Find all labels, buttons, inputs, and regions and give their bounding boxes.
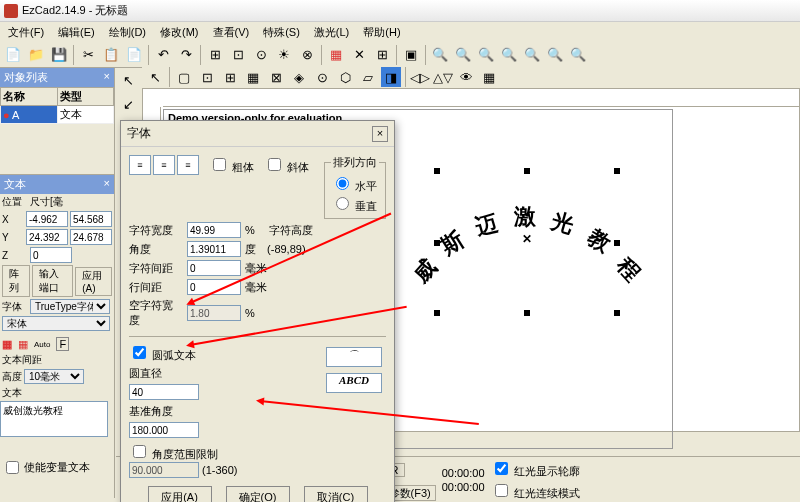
shape-6-icon[interactable]: ◈ [288,66,310,88]
close-icon[interactable]: × [104,177,110,192]
base-angle-input[interactable] [129,422,199,438]
dialog-title-bar[interactable]: 字体 × [121,121,394,147]
zoom-fit-icon[interactable]: 🔍 [498,44,520,66]
hatch2-icon[interactable]: ▦ [18,338,28,351]
vert-radio[interactable]: 垂直 [331,200,377,212]
shape-toolbar: ↖ ▢ ⊡ ⊞ ▦ ⊠ ◈ ⊙ ⬡ ▱ ◨ ◁▷ △▽ 👁 ▦ [142,66,800,88]
size-h-input[interactable] [70,229,112,245]
text-content-input[interactable]: 威创激光教程 [0,401,108,437]
dlg-cancel-button[interactable]: 取消(C) [304,486,368,502]
array-button[interactable]: 阵列 [2,265,30,297]
align-right-icon[interactable]: ≡ [177,155,199,175]
hatch-icon[interactable]: ▦ [2,338,12,351]
menu-view[interactable]: 查看(V) [207,23,256,42]
mirror-v-icon[interactable]: △▽ [432,66,454,88]
pos-x-input[interactable] [26,211,68,227]
dlg-apply-button[interactable]: 应用(A) [148,486,212,502]
angle-limit-checkbox[interactable]: 角度范围限制 [129,448,218,460]
red-continuous-checkbox[interactable]: 红光连续模式 [491,481,580,501]
shape-10-icon[interactable]: ◨ [380,66,402,88]
font-dlg-button[interactable]: F [56,337,69,351]
shape-1-icon[interactable]: ▢ [173,66,195,88]
dlg-ok-button[interactable]: 确定(O) [226,486,290,502]
variable-text-checkbox[interactable] [6,461,19,474]
menu-modify[interactable]: 修改(M) [154,23,205,42]
tool-5-icon[interactable]: ⊗ [296,44,318,66]
app-icon [4,4,18,18]
zoom-in-icon[interactable]: 🔍 [452,44,474,66]
shape-5-icon[interactable]: ⊠ [265,66,287,88]
zoom-ext-icon[interactable]: 🔍 [567,44,589,66]
menu-draw[interactable]: 绘制(D) [103,23,152,42]
menu-help[interactable]: 帮助(H) [357,23,406,42]
open-icon[interactable]: 📁 [25,44,47,66]
cut-icon[interactable]: ✂ [77,44,99,66]
align-center-icon[interactable]: ≡ [153,155,175,175]
bold-checkbox[interactable]: 粗体 [209,155,254,175]
pointer-icon[interactable]: ↖ [116,68,140,92]
char-width-input[interactable] [187,222,241,238]
align-left-icon[interactable]: ≡ [129,155,151,175]
shape-7-icon[interactable]: ⊙ [311,66,333,88]
inport-button[interactable]: 输入端口 [32,265,73,297]
object-table[interactable]: 名称类型 ● A文本 [0,87,114,124]
size-w-input[interactable] [70,211,112,227]
auto-icon[interactable]: Auto [34,340,50,349]
menu-edit[interactable]: 编辑(E) [52,23,101,42]
close-icon[interactable]: × [104,70,110,85]
apply-button[interactable]: 应用(A) [75,267,112,296]
pos-z-input[interactable] [30,247,72,263]
shape-2-icon[interactable]: ⊡ [196,66,218,88]
copy-icon[interactable]: 📋 [100,44,122,66]
zoom-icon[interactable]: 🔍 [429,44,451,66]
menu-laser[interactable]: 激光(L) [308,23,355,42]
tool-2-icon[interactable]: ⊡ [227,44,249,66]
pos-y-input[interactable] [26,229,68,245]
menu-bar: 文件(F) 编辑(E) 绘制(D) 修改(M) 查看(V) 特殊(S) 激光(L… [0,22,800,42]
tool-6-icon[interactable]: ✕ [348,44,370,66]
text-panel: 文本× 位置尺寸[毫 X Y Z 阵列 输入端口 应用(A) 字体TrueTyp… [0,174,114,478]
paste-icon[interactable]: 📄 [123,44,145,66]
shape-4-icon[interactable]: ▦ [242,66,264,88]
menu-file[interactable]: 文件(F) [2,23,50,42]
menu-special[interactable]: 特殊(S) [257,23,306,42]
angle-limit-input [129,462,199,478]
shape-3-icon[interactable]: ⊞ [219,66,241,88]
undo-icon[interactable]: ↶ [152,44,174,66]
select-icon[interactable]: ↖ [144,66,166,88]
shape-9-icon[interactable]: ▱ [357,66,379,88]
arc-text-checkbox[interactable]: 圆弧文本 [129,349,196,361]
tool-1-icon[interactable]: ⊞ [204,44,226,66]
tool-7-icon[interactable]: ⊞ [371,44,393,66]
new-icon[interactable]: 📄 [2,44,24,66]
dialog-close-button[interactable]: × [372,126,388,142]
hatch-icon[interactable]: ▦ [325,44,347,66]
main-toolbar: 📄 📁 💾 ✂ 📋 📄 ↶ ↷ ⊞ ⊡ ⊙ ☀ ⊗ ▦ ✕ ⊞ ▣ 🔍 🔍 🔍 … [0,42,800,68]
save-icon[interactable]: 💾 [48,44,70,66]
diameter-input[interactable] [129,384,199,400]
italic-checkbox[interactable]: 斜体 [264,155,309,175]
arc-text-object[interactable]: 威 斯 迈 激 光 教 程 [404,200,664,320]
height-select[interactable]: 10毫米 [24,369,84,384]
font-type-select[interactable]: TrueType字体-301 [30,299,110,314]
arc-style-1-icon[interactable]: ⌒ [326,347,382,367]
tool-8-icon[interactable]: ▣ [400,44,422,66]
tool-3-icon[interactable]: ⊙ [250,44,272,66]
textpanel-header: 文本× [0,175,114,194]
zoom-out-icon[interactable]: 🔍 [475,44,497,66]
node-icon[interactable]: ↙ [116,92,140,116]
zoom-all-icon[interactable]: 🔍 [521,44,543,66]
shape-8-icon[interactable]: ⬡ [334,66,356,88]
tool-4-icon[interactable]: ☀ [273,44,295,66]
angle-input[interactable] [187,241,241,257]
eye-icon[interactable]: 👁 [455,66,477,88]
zoom-sel-icon[interactable]: 🔍 [544,44,566,66]
lock-icon[interactable]: ▦ [478,66,500,88]
font-name-select[interactable]: 宋体 [2,316,110,331]
horiz-radio[interactable]: 水平 [331,180,377,192]
redo-icon[interactable]: ↷ [175,44,197,66]
char-sp-input[interactable] [187,260,241,276]
red-outline-checkbox[interactable]: 红光显示轮廓 [491,459,580,479]
mirror-h-icon[interactable]: ◁▷ [409,66,431,88]
blank-width-input [187,305,241,321]
